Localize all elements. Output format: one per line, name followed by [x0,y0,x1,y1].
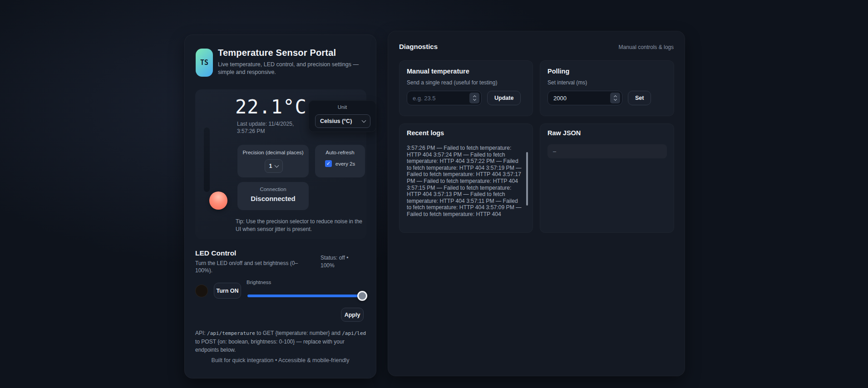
page-subtitle: Live temperature, LED control, and preci… [218,61,369,76]
unit-box: Unit Celsius (°C) [308,100,376,132]
precision-panel: Precision (decimal places) 1 [237,145,309,177]
thermometer-bulb-indicator [209,192,227,210]
brightness-label: Brightness [247,280,271,285]
manual-temperature-row: Update [407,91,521,105]
polling-input-wrap [547,91,622,105]
manual-temperature-input-wrap [407,91,482,105]
temperature-display-panel: 22.1°C Last update: 11/4/2025, 3:57:26 P… [195,89,366,239]
led-state-indicator [195,285,208,297]
connection-label: Connection [237,187,309,192]
diagnostics-subtitle: Manual controls & logs [619,44,674,50]
api-note-suffix: to POST {on: boolean, brightness: 0-100}… [195,339,345,353]
led-status-text: Status: off • 100% [321,254,357,270]
unit-select-value: Celsius (°C) [320,118,352,124]
brightness-slider-thumb[interactable] [357,291,367,301]
number-stepper[interactable] [610,93,620,103]
chevron-down-icon [275,163,279,168]
polling-card: Polling Set interval (ms) Set [540,60,674,116]
brightness-slider-track[interactable] [247,295,366,297]
raw-json-content: – [547,144,667,158]
app-logo: TS [196,49,213,77]
auto-refresh-label: Auto-refresh [315,150,365,155]
app-logo-text: TS [200,59,208,67]
precision-tip-text: Tip: Use the precision selector to reduc… [236,218,369,233]
polling-title: Polling [547,68,569,75]
connection-status: Disconnected [237,195,309,202]
logs-scrollbar-thumb[interactable] [526,152,528,206]
recent-logs-text[interactable]: 3:57:26 PM — Failed to fetch temperature… [407,145,522,229]
temperature-value: 22.1°C [235,96,307,118]
precision-select-value: 1 [269,163,272,169]
check-icon: ✓ [326,161,330,166]
api-note-mid: to GET {temperature: number} and [255,330,342,336]
polling-description: Set interval (ms) [547,79,587,86]
manual-temperature-card: Manual temperature Send a single read (u… [399,60,533,116]
led-control-title: LED Control [195,249,236,257]
thermometer-track [204,128,210,192]
auto-refresh-panel: Auto-refresh ✓ every 2s [315,145,365,177]
diagnostics-title: Diagnostics [399,43,438,50]
precision-select[interactable]: 1 [265,159,283,173]
auto-refresh-checkbox[interactable]: ✓ [325,160,332,167]
diagnostics-panel: Diagnostics Manual controls & logs Manua… [388,31,685,376]
last-update-text: Last update: 11/4/2025, 3:57:26 PM [237,120,298,135]
set-button[interactable]: Set [628,91,651,105]
api-note: API: /api/temperature to GET {temperatur… [195,329,370,354]
unit-label: Unit [309,104,376,110]
precision-label: Precision (decimal places) [237,150,309,155]
manual-temperature-title: Manual temperature [407,68,469,75]
page-title: Temperature Sensor Portal [218,48,336,58]
api-endpoint-temperature: /api/temperature [207,330,255,336]
raw-json-title: Raw JSON [547,129,581,137]
portal-footer-text: Built for quick integration • Accessible… [185,357,376,363]
brightness-slider[interactable] [247,291,366,301]
auto-refresh-checkbox-label: every 2s [335,161,355,167]
number-stepper[interactable] [469,93,479,103]
apply-button[interactable]: Apply [341,308,364,322]
polling-row: Set [547,91,651,105]
manual-temperature-description: Send a single read (useful for testing) [407,79,497,86]
auto-refresh-row: ✓ every 2s [315,160,365,167]
chevron-down-icon [362,118,366,123]
recent-logs-card: Recent logs 3:57:26 PM — Failed to fetch… [399,123,533,233]
update-button[interactable]: Update [487,91,521,105]
sensor-portal-card: TS Temperature Sensor Portal Live temper… [184,34,376,378]
unit-select[interactable]: Celsius (°C) [315,114,370,128]
raw-json-card: Raw JSON – [540,123,674,233]
api-note-prefix: API: [195,330,207,336]
connection-panel: Connection Disconnected [237,182,309,210]
recent-logs-title: Recent logs [407,129,444,137]
led-control-description: Turn the LED on/off and set brightness (… [195,260,310,274]
api-endpoint-led: /api/led [342,330,366,336]
turn-on-button[interactable]: Turn ON [214,283,241,299]
chevron-down-icon [613,98,616,101]
chevron-down-icon [473,98,476,101]
